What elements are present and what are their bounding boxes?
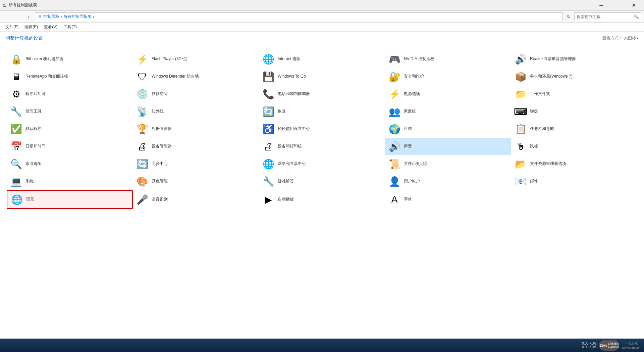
item-icon-datetime: 📅 <box>10 140 22 152</box>
control-item-phone[interactable]: 📞电话和调制解调器 <box>259 85 385 103</box>
item-label-colormanage: 颜色管理 <box>152 179 168 184</box>
control-item-realtek[interactable]: 🔊Realtek高清晰音频管理器 <box>511 50 637 68</box>
control-item-devmgr[interactable]: 🖨设备管理器 <box>133 138 259 155</box>
item-icon-trouble: 🔧 <box>262 175 274 187</box>
item-icon-mouse: 🖱 <box>515 140 527 152</box>
item-icon-defaultprog: ✅ <box>10 123 22 135</box>
control-item-security[interactable]: 🔐安全和维护 <box>385 68 511 85</box>
minimize-button[interactable]: ─ <box>594 0 609 11</box>
control-item-windefender[interactable]: 🛡Windows Defender 防火墙 <box>133 68 259 85</box>
back-button[interactable]: ← <box>3 12 11 21</box>
control-item-colormanage[interactable]: 🎨颜色管理 <box>133 173 259 190</box>
control-item-backup7[interactable]: 📦备份和还原(Windows 7) <box>511 68 637 85</box>
control-item-bitlocker[interactable]: 🔒BitLocker 驱动器加密 <box>7 50 133 68</box>
taskbar: 0.00 KB/s 0.00 KB/s 25% 1.5KB/s 4.4KB/s … <box>0 339 644 352</box>
menu-bar: 文件(F) 编辑(E) 查看(V) 工具(T) <box>0 23 644 32</box>
control-item-mouse[interactable]: 🖱鼠标 <box>511 138 637 155</box>
up-button[interactable]: ↑ <box>24 12 33 21</box>
control-item-datetime[interactable]: 📅日期和时间 <box>7 138 133 155</box>
item-icon-language: 🌐 <box>11 193 23 206</box>
control-item-taskbar[interactable]: 📋任务栏和导航 <box>511 120 637 138</box>
control-item-remoteapp[interactable]: 🖥RemoteApp 和桌面连接 <box>7 68 133 85</box>
forward-button[interactable]: → <box>13 12 22 21</box>
item-label-autoplay: 自动播放 <box>278 197 294 202</box>
menu-tools[interactable]: 工具(T) <box>61 23 79 31</box>
control-item-infrared[interactable]: 📡红外线 <box>133 103 259 120</box>
watermark-text: 小兔游戏www.xj5u.com <box>622 342 641 349</box>
control-item-easycenter[interactable]: ♿轻松使用设置中心 <box>259 120 385 138</box>
control-item-autoplay[interactable]: ▶自动播放 <box>259 190 385 209</box>
item-label-credential: 凭据管理器 <box>152 126 172 132</box>
item-label-speechrec: 语音识别 <box>152 197 168 202</box>
page-title[interactable]: 调整计算机的设置 <box>5 35 43 41</box>
control-item-speechrec[interactable]: 🎤语音识别 <box>133 190 259 209</box>
window-title: 所有控制面板项 <box>9 2 37 8</box>
item-icon-nvidia: 🎮 <box>388 53 400 65</box>
view-dropdown[interactable]: 大图标 ▾ <box>624 35 639 41</box>
item-icon-programs: ⚙ <box>10 88 22 100</box>
control-item-fileexplorer[interactable]: 📂文件资源管理器选项 <box>511 155 637 173</box>
control-item-credential[interactable]: 🏆凭据管理器 <box>133 120 259 138</box>
control-item-storage[interactable]: 💿存储空间 <box>133 85 259 103</box>
menu-file[interactable]: 文件(F) <box>3 23 21 31</box>
item-icon-indexopt: 🔍 <box>10 158 22 170</box>
item-icon-synccenter: 🔄 <box>136 158 148 170</box>
control-item-region[interactable]: 🌍区域 <box>385 120 511 138</box>
control-item-network[interactable]: 🌐网络和共享中心 <box>259 155 385 173</box>
item-icon-network: 🌐 <box>262 158 274 170</box>
control-item-workfolder[interactable]: 📁工作文件夹 <box>511 85 637 103</box>
refresh-button[interactable]: ↻ <box>565 12 572 21</box>
control-item-devprint[interactable]: 🖨设备和打印机 <box>259 138 385 155</box>
control-item-system[interactable]: 💻系统 <box>7 173 133 190</box>
control-item-indexopt[interactable]: 🔍索引选项 <box>7 155 133 173</box>
breadcrumb-sep2: › <box>93 14 94 19</box>
item-label-infrared: 红外线 <box>152 109 164 114</box>
breadcrumb-root[interactable]: 控制面板 <box>43 14 59 19</box>
item-icon-taskbar: 📋 <box>515 123 527 135</box>
menu-view[interactable]: 查看(V) <box>41 23 60 31</box>
item-label-region: 区域 <box>404 126 412 132</box>
item-icon-backup7: 📦 <box>515 71 527 83</box>
view-label: 查看方式： <box>602 35 623 41</box>
close-button[interactable]: ✕ <box>626 0 641 11</box>
control-item-language[interactable]: 🌐语言 <box>7 190 133 209</box>
item-icon-devprint: 🖨 <box>262 140 274 152</box>
control-item-mail[interactable]: 📧邮件 <box>511 173 637 190</box>
item-icon-filehistory: 📜 <box>388 158 400 170</box>
control-item-filehistory[interactable]: 📜文件历史记录 <box>385 155 511 173</box>
item-label-internet: Internet 选项 <box>278 56 301 62</box>
item-icon-storage: 💿 <box>136 88 148 100</box>
maximize-button[interactable]: □ <box>610 0 625 11</box>
search-input[interactable] <box>577 14 633 19</box>
control-item-homegroup[interactable]: 👥家庭组 <box>385 103 511 120</box>
item-label-defaultprog: 默认程序 <box>25 126 42 132</box>
control-item-internet[interactable]: 🌐Internet 选项 <box>259 50 385 68</box>
control-item-nvidia[interactable]: 🎮NVIDIA 控制面板 <box>385 50 511 68</box>
control-item-recovery[interactable]: 🔄恢复 <box>259 103 385 120</box>
perf-value: 25% <box>600 343 607 347</box>
item-label-devmgr: 设备管理器 <box>152 144 172 149</box>
control-item-fonts[interactable]: A字体 <box>385 190 511 209</box>
title-bar-controls: ─ □ ✕ <box>594 0 641 11</box>
item-label-trouble: 疑难解答 <box>278 179 294 184</box>
control-item-mgmttools[interactable]: 🔧管理工具 <box>7 103 133 120</box>
control-item-power[interactable]: ⚡电源选项 <box>385 85 511 103</box>
control-item-synccenter[interactable]: 🔄同步中心 <box>133 155 259 173</box>
control-item-useraccount[interactable]: 👤用户帐户 <box>385 173 511 190</box>
control-item-defaultprog[interactable]: ✅默认程序 <box>7 120 133 138</box>
network-stats: 0.00 KB/s 0.00 KB/s <box>582 342 596 349</box>
item-icon-security: 🔐 <box>388 71 400 83</box>
item-label-datetime: 日期和时间 <box>25 144 46 149</box>
item-label-nvidia: NVIDIA 控制面板 <box>404 56 434 62</box>
control-item-sound[interactable]: 🔊声音 <box>385 138 511 155</box>
control-item-windowstogo[interactable]: 💾Windows To Go <box>259 68 385 85</box>
menu-edit[interactable]: 编辑(E) <box>22 23 41 31</box>
breadcrumb-current[interactable]: 所有控制面板项 <box>63 14 92 19</box>
control-item-flashplayer[interactable]: ⚡Flash Player (32 位) <box>133 50 259 68</box>
item-icon-easycenter: ♿ <box>262 123 274 135</box>
control-item-trouble[interactable]: 🔧疑难解答 <box>259 173 385 190</box>
item-label-indexopt: 索引选项 <box>25 161 42 167</box>
item-label-remoteapp: RemoteApp 和桌面连接 <box>25 74 68 79</box>
control-item-programs[interactable]: ⚙程序和功能 <box>7 85 133 103</box>
control-item-keyboard[interactable]: ⌨键盘 <box>511 103 637 120</box>
